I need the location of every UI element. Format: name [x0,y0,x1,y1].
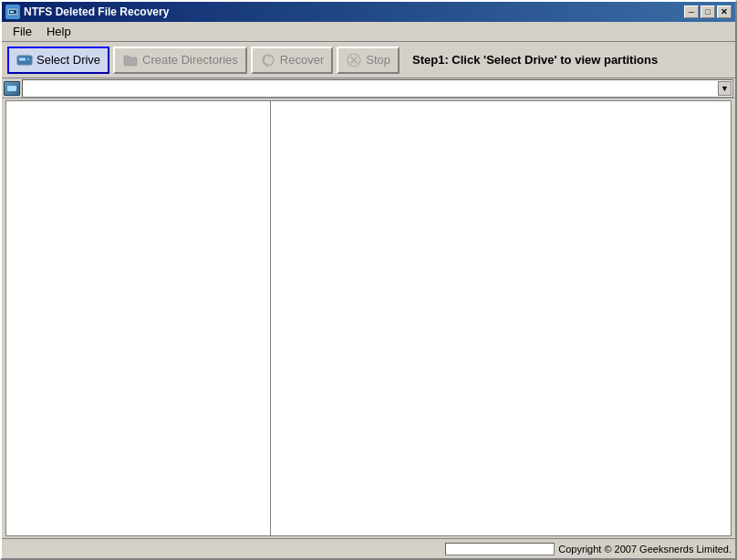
drive-combo-wrapper: ▼ [22,79,733,98]
step-label: Step1: Click 'Select Drive' to view part… [412,53,658,67]
menu-file[interactable]: File [5,23,39,40]
window-title: NTFS Deleted File Recovery [24,5,169,18]
stop-label: Stop [366,53,390,67]
svg-point-6 [27,57,30,60]
drive-select[interactable] [22,79,733,98]
create-directories-label: Create Directories [142,53,238,67]
drive-icon [16,52,33,68]
stop-icon [346,52,362,68]
copyright-text: Copyright © 2007 Geeksnerds Limited. [558,544,732,555]
progress-bar [445,543,555,555]
app-icon [5,5,20,19]
drive-dropdown-bar: ▼ [2,78,735,99]
main-window: NTFS Deleted File Recovery ─ □ ✕ File He… [0,0,737,560]
svg-rect-2 [10,11,14,13]
drive-icon-inner [7,86,16,91]
stop-button[interactable]: Stop [337,47,400,74]
recover-icon [260,52,276,68]
status-bar: Copyright © 2007 Geeksnerds Limited. [2,538,735,558]
content-area [2,99,735,538]
svg-rect-5 [19,57,26,60]
minimize-button[interactable]: ─ [684,5,699,18]
recover-button[interactable]: Recover [251,47,333,74]
folder-icon [122,52,139,68]
toolbar: Select Drive Create Directories Recover [2,42,735,78]
main-panels [5,100,732,536]
select-drive-label: Select Drive [36,53,100,67]
left-panel [6,101,271,535]
right-panel [271,101,731,535]
maximize-button[interactable]: □ [701,5,715,18]
recover-label: Recover [280,53,324,67]
select-drive-button[interactable]: Select Drive [7,47,109,74]
title-bar: NTFS Deleted File Recovery ─ □ ✕ [2,2,735,22]
title-bar-buttons: ─ □ ✕ [684,5,732,18]
title-bar-left: NTFS Deleted File Recovery [5,5,169,19]
menu-help[interactable]: Help [39,23,78,40]
create-directories-button[interactable]: Create Directories [113,47,247,74]
menu-bar: File Help [2,22,735,42]
close-button[interactable]: ✕ [717,5,732,18]
dropdown-drive-icon [4,81,20,96]
